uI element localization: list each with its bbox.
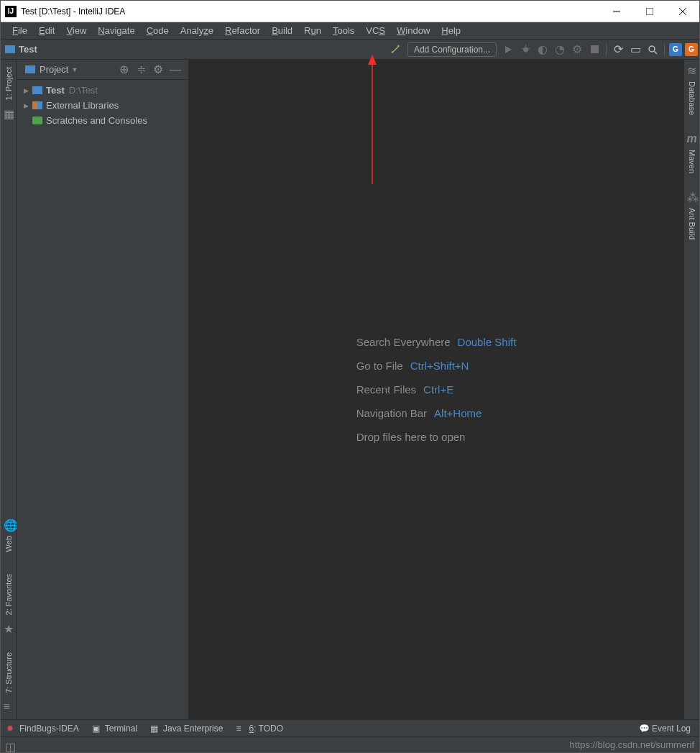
- folder-icon: [32, 86, 42, 94]
- expand-icon[interactable]: ▶: [24, 102, 31, 109]
- rail-web[interactable]: Web: [4, 531, 13, 556]
- menu-analyze[interactable]: Analyze: [175, 25, 219, 36]
- rail-database[interactable]: Database: [688, 77, 696, 119]
- svg-line-10: [654, 51, 657, 54]
- tree-root[interactable]: ▶ Test D:\Test: [17, 83, 188, 98]
- svg-line-6: [522, 48, 523, 49]
- hint-recent-files: Recent FilesCtrl+E: [356, 383, 517, 396]
- database-icon: ≋: [687, 64, 697, 74]
- svg-rect-1: [646, 8, 653, 15]
- hint-navigation-bar: Navigation BarAlt+Home: [356, 407, 517, 419]
- shortcut-hints: Search EverywhereDouble Shift Go to File…: [356, 324, 517, 455]
- menu-navigate[interactable]: Navigate: [92, 25, 140, 36]
- plugin-badge-2[interactable]: G: [685, 43, 698, 56]
- java-enterprise-button[interactable]: ▦Java Enterprise: [150, 724, 223, 734]
- balloon-icon: 💬: [639, 724, 648, 733]
- add-configuration-button[interactable]: Add Configuration...: [407, 42, 497, 57]
- menu-tools[interactable]: Tools: [327, 25, 360, 36]
- svg-rect-8: [591, 45, 599, 53]
- menu-help[interactable]: Help: [436, 25, 466, 36]
- menu-vcs[interactable]: VCS: [360, 25, 391, 36]
- java-icon: ▦: [150, 724, 160, 733]
- svg-line-7: [528, 48, 530, 49]
- main-menu: File Edit View Navigate Code Analyze Ref…: [1, 22, 699, 40]
- run-icon[interactable]: [500, 42, 516, 58]
- scratch-icon: [32, 117, 42, 124]
- profiler-icon[interactable]: ◔: [552, 42, 568, 58]
- hide-icon[interactable]: —: [169, 63, 182, 76]
- structure-icon: ≡: [4, 700, 14, 711]
- bug-icon: ✹: [6, 724, 16, 733]
- terminal-icon: ▣: [92, 724, 101, 733]
- rail-project[interactable]: 1: Project: [4, 63, 13, 104]
- minimize-button[interactable]: [600, 1, 633, 22]
- todo-icon: ≡: [236, 724, 245, 733]
- tree-root-path: D:\Test: [69, 85, 98, 96]
- project-view-label: Project: [40, 64, 68, 75]
- quick-access-icon[interactable]: ◫: [5, 740, 15, 750]
- window-titlebar: IJ Test [D:\Test] - IntelliJ IDEA: [1, 1, 699, 22]
- expand-icon[interactable]: ▶: [24, 87, 31, 94]
- menu-edit[interactable]: Edit: [33, 25, 60, 36]
- rail-maven[interactable]: Maven: [688, 145, 696, 178]
- project-view-selector[interactable]: Project ▼: [21, 63, 82, 76]
- rail-structure[interactable]: 7: Structure: [4, 648, 13, 698]
- target-icon[interactable]: ⊕: [117, 63, 130, 76]
- layout-icon[interactable]: ▭: [627, 42, 643, 58]
- rail-favorites[interactable]: 2: Favorites: [4, 570, 13, 619]
- search-icon[interactable]: [645, 42, 660, 58]
- hint-search-everywhere: Search EverywhereDouble Shift: [356, 336, 517, 348]
- collapse-icon[interactable]: ≑: [134, 63, 147, 76]
- coverage-icon[interactable]: ◐: [535, 42, 551, 58]
- chevron-down-icon: ▼: [71, 66, 78, 73]
- stop-icon[interactable]: [586, 42, 602, 58]
- tree-root-label: Test: [46, 85, 65, 96]
- hint-go-to-file: Go to FileCtrl+Shift+N: [356, 360, 517, 372]
- todo-button[interactable]: ≡6: TODO: [236, 724, 283, 734]
- terminal-button[interactable]: ▣Terminal: [92, 724, 137, 734]
- menu-code[interactable]: Code: [141, 25, 175, 36]
- maven-icon: m: [687, 132, 697, 142]
- tree-scratch-label: Scratches and Consoles: [46, 115, 147, 126]
- findbugs-button[interactable]: ✹FindBugs-IDEA: [6, 724, 79, 734]
- attach-icon[interactable]: ⚙: [569, 42, 585, 58]
- editor-empty-state: Search EverywhereDouble Shift Go to File…: [189, 60, 683, 719]
- watermark: https://blog.csdn.net/summerif: [570, 739, 694, 750]
- library-icon: [32, 101, 42, 109]
- ant-icon: ⁂: [687, 191, 697, 201]
- update-icon[interactable]: ⟳: [610, 42, 626, 58]
- plugin-badge-1[interactable]: G: [669, 43, 682, 56]
- window-title: Test [D:\Test] - IntelliJ IDEA: [21, 6, 600, 17]
- globe-icon: 🌐: [4, 519, 14, 529]
- svg-point-4: [523, 47, 528, 53]
- tree-extlib-label: External Libraries: [46, 100, 119, 111]
- debug-icon[interactable]: [517, 42, 533, 58]
- menu-build[interactable]: Build: [266, 25, 298, 36]
- menu-file[interactable]: File: [6, 25, 33, 36]
- svg-point-9: [649, 46, 655, 52]
- folder-icon: [5, 45, 15, 53]
- star-icon: ★: [4, 622, 14, 632]
- project-tree: ▶ Test D:\Test ▶ External Libraries Scra…: [17, 80, 188, 131]
- menu-window[interactable]: Window: [391, 25, 436, 36]
- hint-drop-files: Drop files here to open: [356, 431, 517, 443]
- app-icon: IJ: [5, 6, 17, 17]
- breadcrumb-label: Test: [19, 44, 37, 55]
- gear-icon[interactable]: ⚙: [152, 63, 165, 76]
- close-button[interactable]: [666, 1, 699, 22]
- folder-icon: [25, 65, 35, 73]
- tool-window-bar: ✹FindBugs-IDEA ▣Terminal ▦Java Enterpris…: [1, 719, 699, 736]
- project-panel: Project ▼ ⊕ ≑ ⚙ — ▶ Test D:\Test ▶: [17, 60, 189, 719]
- maximize-button[interactable]: [633, 1, 666, 22]
- navigation-toolbar: Test Add Configuration... ◐ ◔ ⚙ ⟳ ▭ G G: [1, 40, 699, 60]
- menu-view[interactable]: View: [60, 25, 92, 36]
- menu-run[interactable]: Run: [298, 25, 327, 36]
- tree-external-libraries[interactable]: ▶ External Libraries: [17, 98, 188, 113]
- build-icon[interactable]: [388, 42, 404, 58]
- tree-scratches[interactable]: Scratches and Consoles: [17, 113, 188, 128]
- menu-refactor[interactable]: Refactor: [219, 25, 266, 36]
- event-log-button[interactable]: 💬Event Log: [639, 724, 691, 734]
- right-tool-rail: ≋ Database m Maven ⁂ Ant Build: [683, 60, 699, 719]
- rail-ant[interactable]: Ant Build: [688, 204, 696, 244]
- breadcrumb[interactable]: Test: [1, 44, 42, 55]
